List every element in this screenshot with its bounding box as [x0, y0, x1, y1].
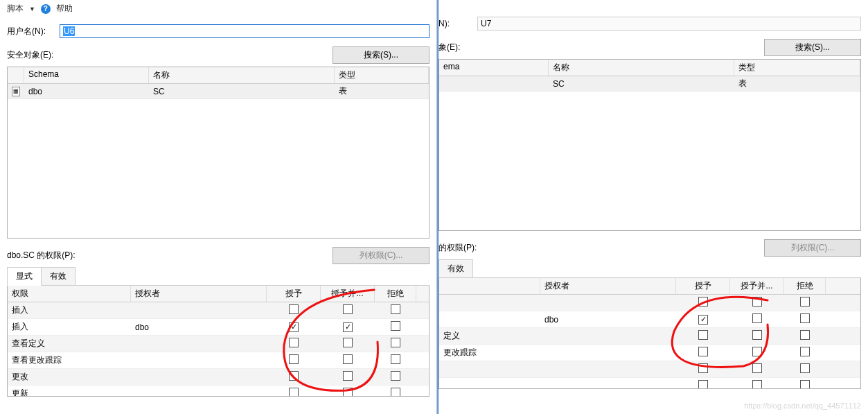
grant-checkbox[interactable]: [698, 380, 708, 389]
grant-checkbox[interactable]: [289, 371, 299, 381]
dropdown-arrow-icon[interactable]: ▼: [29, 6, 35, 12]
perm-row[interactable]: [439, 361, 860, 378]
perm-row[interactable]: 定义: [439, 328, 860, 345]
perm-col-grant[interactable]: 授予: [676, 278, 730, 294]
withgrant-checkbox[interactable]: [752, 330, 762, 340]
perm-col-withgrant[interactable]: 授予并...: [730, 278, 784, 294]
perm-name: 定义: [439, 330, 540, 342]
perm-name: 更改: [8, 371, 131, 383]
username-label: 用户名(N):: [7, 26, 55, 37]
grid-header: Schema 名称 类型: [8, 67, 429, 84]
grant-checkbox[interactable]: [289, 388, 299, 397]
perm-row[interactable]: dbo: [439, 311, 860, 328]
col-type[interactable]: 类型: [734, 60, 860, 76]
grant-checkbox[interactable]: [289, 304, 299, 314]
script-menu[interactable]: 脚本: [7, 3, 24, 15]
col-name[interactable]: 名称: [149, 67, 335, 83]
table-row[interactable]: SC 表: [439, 76, 860, 92]
perm-col-grantor[interactable]: 授权者: [131, 286, 267, 302]
perm-row[interactable]: 更新: [8, 386, 429, 397]
top-menu: 脚本 ▼ ? 帮助: [7, 3, 429, 17]
withgrant-checkbox[interactable]: [343, 322, 353, 332]
grant-checkbox[interactable]: [698, 297, 708, 307]
securables-row: 象(E): 搜索(S)...: [439, 39, 861, 56]
username-input[interactable]: U7: [477, 17, 861, 31]
permissions-label-row: 的权限(P): 列权限(C)...: [439, 239, 861, 257]
deny-checkbox[interactable]: [391, 388, 400, 397]
username-row: N): U7: [439, 17, 861, 31]
grant-checkbox[interactable]: [289, 338, 299, 347]
deny-checkbox[interactable]: [391, 371, 400, 381]
perm-row[interactable]: 更改: [8, 369, 429, 386]
perm-grantor: dbo: [131, 322, 267, 332]
username-label: N):: [439, 19, 473, 28]
help-icon: ?: [41, 4, 51, 14]
withgrant-checkbox[interactable]: [343, 304, 353, 314]
withgrant-checkbox[interactable]: [343, 388, 353, 397]
deny-checkbox[interactable]: [800, 297, 810, 307]
permissions-grid[interactable]: 权限 授权者 授予 授予并... 拒绝 插入插入dbo查看定义查看更改跟踪更改更…: [7, 286, 429, 397]
col-schema[interactable]: ema: [439, 60, 549, 76]
deny-checkbox[interactable]: [800, 330, 810, 340]
search-button[interactable]: 搜索(S)...: [764, 39, 861, 56]
grant-checkbox[interactable]: [289, 354, 299, 364]
permissions-grid[interactable]: 授权者 授予 授予并... 拒绝 dbo定义更改跟踪: [439, 278, 861, 389]
grant-checkbox[interactable]: [698, 315, 708, 325]
withgrant-checkbox[interactable]: [752, 347, 762, 356]
withgrant-checkbox[interactable]: [752, 380, 762, 389]
perm-col-grantor[interactable]: 授权者: [540, 278, 676, 294]
search-button[interactable]: 搜索(S)...: [333, 46, 429, 64]
withgrant-checkbox[interactable]: [343, 371, 353, 381]
deny-checkbox[interactable]: [391, 304, 400, 314]
perm-row[interactable]: [439, 295, 860, 311]
perm-row[interactable]: 插入dbo: [8, 319, 429, 336]
withgrant-checkbox[interactable]: [343, 354, 353, 364]
perm-name: 插入: [8, 304, 131, 316]
username-input[interactable]: U6: [60, 24, 429, 38]
tab-explicit[interactable]: 显式: [7, 267, 42, 286]
col-name[interactable]: 名称: [549, 60, 734, 76]
perm-row[interactable]: 插入: [8, 302, 429, 319]
perm-row[interactable]: 更改跟踪: [439, 345, 860, 361]
withgrant-checkbox[interactable]: [343, 338, 353, 347]
grant-checkbox[interactable]: [698, 330, 708, 340]
perm-row[interactable]: 查看更改跟踪: [8, 352, 429, 369]
grant-checkbox[interactable]: [698, 347, 708, 356]
deny-checkbox[interactable]: [800, 363, 810, 373]
help-menu[interactable]: 帮助: [56, 3, 73, 15]
column-permissions-button[interactable]: 列权限(C)...: [764, 239, 861, 257]
col-type[interactable]: 类型: [335, 67, 429, 83]
perm-col-deny[interactable]: 拒绝: [784, 278, 826, 294]
securables-grid[interactable]: ema 名称 类型 SC 表: [439, 59, 861, 231]
perm-col-withgrant[interactable]: 授予并...: [321, 286, 375, 302]
deny-checkbox[interactable]: [800, 313, 810, 323]
perm-col-deny[interactable]: 拒绝: [375, 286, 416, 302]
withgrant-checkbox[interactable]: [752, 313, 762, 323]
deny-checkbox[interactable]: [800, 380, 810, 389]
perm-col-permission[interactable]: 权限: [8, 286, 131, 302]
username-row: 用户名(N): U6: [7, 24, 429, 38]
securables-grid[interactable]: Schema 名称 类型 ▦ dbo SC 表: [7, 67, 429, 239]
perm-row[interactable]: [439, 378, 860, 389]
column-permissions-button[interactable]: 列权限(C)...: [333, 247, 429, 264]
perm-col-grant[interactable]: 授予: [267, 286, 321, 302]
deny-checkbox[interactable]: [391, 338, 400, 347]
deny-checkbox[interactable]: [391, 354, 400, 364]
table-row[interactable]: ▦ dbo SC 表: [8, 84, 429, 99]
perm-name: 查看更改跟踪: [8, 354, 131, 366]
watermark: https://blog.csdn.net/qq_44571112: [744, 402, 861, 410]
left-panel: 脚本 ▼ ? 帮助 用户名(N): U6 安全对象(E): 搜索(S)... S…: [0, 0, 436, 414]
grant-checkbox[interactable]: [698, 363, 708, 373]
deny-checkbox[interactable]: [391, 321, 400, 331]
withgrant-checkbox[interactable]: [752, 363, 762, 373]
grant-checkbox[interactable]: [289, 322, 299, 332]
deny-checkbox[interactable]: [800, 347, 810, 356]
tab-effective[interactable]: 有效: [41, 267, 76, 285]
perm-header: 权限 授权者 授予 授予并... 拒绝: [8, 286, 429, 302]
perm-header: 授权者 授予 授予并... 拒绝: [439, 278, 860, 295]
withgrant-checkbox[interactable]: [752, 297, 762, 307]
col-schema[interactable]: Schema: [24, 67, 149, 83]
securables-label: 象(E):: [439, 42, 460, 53]
tab-effective[interactable]: 有效: [439, 259, 473, 277]
perm-row[interactable]: 查看定义: [8, 336, 429, 352]
